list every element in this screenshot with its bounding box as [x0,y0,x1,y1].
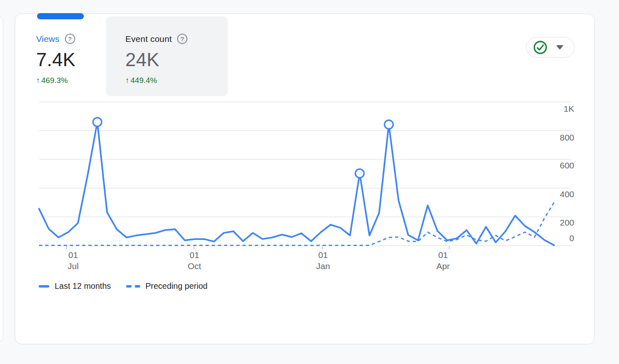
y-axis-tick-label: 1K [545,104,574,114]
up-arrow-icon: ↑ [125,76,129,85]
views-label: Views [36,34,60,44]
views-delta-value: 469.3% [42,76,68,85]
tab-views-metric[interactable]: Views ? 7.4K ↑ 469.3% [36,34,76,85]
chart-plot-area[interactable] [39,100,573,248]
views-delta: ↑ 469.3% [36,76,76,85]
x-axis-tick-label: 01Jul [55,249,92,272]
views-value: 7.4K [36,48,76,71]
legend-item-last-12-months: Last 12 months [39,281,111,291]
data-quality-button[interactable] [526,37,575,58]
event-count-label: Event count [125,34,172,44]
y-axis-tick-label: 0 [545,233,574,243]
tab-event-count-metric[interactable]: Event count ? 24K ↑ 449.4% [106,16,228,96]
x-axis-tick-label: 01Oct [176,249,213,272]
active-tab-indicator [37,13,84,19]
adjacent-card-edge [0,16,3,342]
legend-item-preceding-period: Preceding period [126,281,208,291]
y-axis-tick-label: 600 [545,161,574,170]
check-circle-icon [533,40,547,55]
solid-line-swatch-icon [39,285,49,288]
y-axis-tick-label: 400 [545,189,574,199]
up-arrow-icon: ↑ [36,76,40,85]
legend-label: Preceding period [146,281,208,291]
chart-legend: Last 12 months Preceding period [39,281,208,291]
event-count-value: 24K [125,48,228,71]
event-count-delta-value: 449.4% [131,76,157,85]
x-axis-tick-label: 01Apr [425,249,462,272]
dashed-line-swatch-icon [126,285,140,288]
help-icon[interactable]: ? [65,34,75,44]
x-axis-tick-label: 01Jan [305,249,342,272]
event-count-delta: ↑ 449.4% [125,76,228,85]
caret-down-icon [556,45,564,50]
y-axis-tick-label: 200 [545,218,574,228]
help-icon[interactable]: ? [177,34,187,44]
legend-label: Last 12 months [55,281,111,291]
metrics-chart-card: Views ? 7.4K ↑ 469.3% Event count ? 24K … [15,14,595,344]
y-axis-tick-label: 800 [545,133,574,143]
